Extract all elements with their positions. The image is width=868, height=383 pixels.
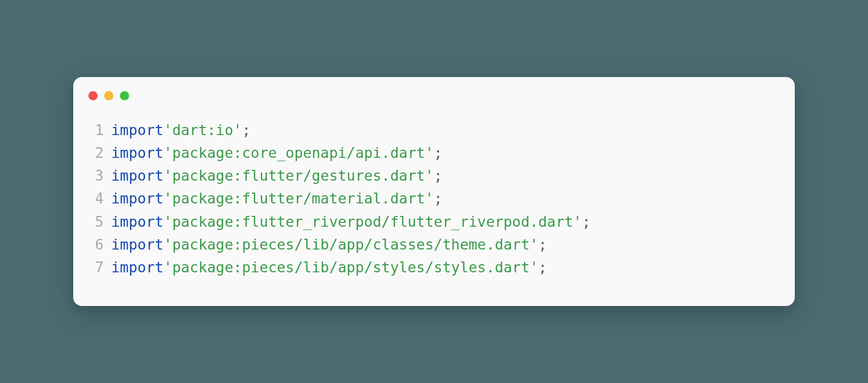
window-titlebar bbox=[73, 77, 795, 114]
token-string: 'package:flutter/gestures.dart' bbox=[163, 164, 433, 187]
line-number: 1 bbox=[92, 119, 111, 142]
code-block[interactable]: 1import 'dart:io'; 2import 'package:core… bbox=[73, 114, 795, 279]
line-number: 3 bbox=[92, 164, 111, 187]
code-line: 7import 'package:pieces/lib/app/styles/s… bbox=[92, 256, 773, 279]
token-punctuation: ; bbox=[434, 187, 443, 210]
token-keyword: import bbox=[111, 210, 163, 233]
code-line: 3import 'package:flutter/gestures.dart'; bbox=[92, 164, 773, 187]
token-string: 'package:pieces/lib/app/styles/styles.da… bbox=[163, 256, 538, 279]
line-number: 2 bbox=[92, 142, 111, 164]
line-number: 7 bbox=[92, 256, 111, 279]
code-line: 1import 'dart:io'; bbox=[92, 119, 773, 142]
token-punctuation: ; bbox=[538, 233, 547, 256]
token-keyword: import bbox=[111, 164, 163, 187]
token-keyword: import bbox=[111, 256, 163, 279]
token-keyword: import bbox=[111, 119, 163, 142]
token-string: 'package:pieces/lib/app/classes/theme.da… bbox=[163, 233, 538, 256]
token-keyword: import bbox=[111, 142, 163, 164]
zoom-icon[interactable] bbox=[120, 91, 129, 100]
line-number: 5 bbox=[92, 210, 111, 233]
token-string: 'package:flutter_riverpod/flutter_riverp… bbox=[163, 210, 582, 233]
token-punctuation: ; bbox=[538, 256, 547, 279]
code-line: 4import 'package:flutter/material.dart'; bbox=[92, 187, 773, 210]
token-keyword: import bbox=[111, 187, 163, 210]
line-number: 6 bbox=[92, 233, 111, 256]
code-line: 2import 'package:core_openapi/api.dart'; bbox=[92, 142, 773, 164]
token-punctuation: ; bbox=[582, 210, 591, 233]
token-keyword: import bbox=[111, 233, 163, 256]
close-icon[interactable] bbox=[88, 91, 98, 100]
token-punctuation: ; bbox=[434, 164, 443, 187]
token-string: 'dart:io' bbox=[163, 119, 242, 142]
code-window: 1import 'dart:io'; 2import 'package:core… bbox=[73, 77, 795, 306]
token-punctuation: ; bbox=[242, 119, 251, 142]
line-number: 4 bbox=[92, 187, 111, 210]
code-line: 5import 'package:flutter_riverpod/flutte… bbox=[92, 210, 773, 233]
token-string: 'package:core_openapi/api.dart' bbox=[163, 142, 433, 164]
token-punctuation: ; bbox=[434, 142, 443, 164]
code-line: 6import 'package:pieces/lib/app/classes/… bbox=[92, 233, 773, 256]
token-string: 'package:flutter/material.dart' bbox=[163, 187, 433, 210]
minimize-icon[interactable] bbox=[104, 91, 113, 100]
